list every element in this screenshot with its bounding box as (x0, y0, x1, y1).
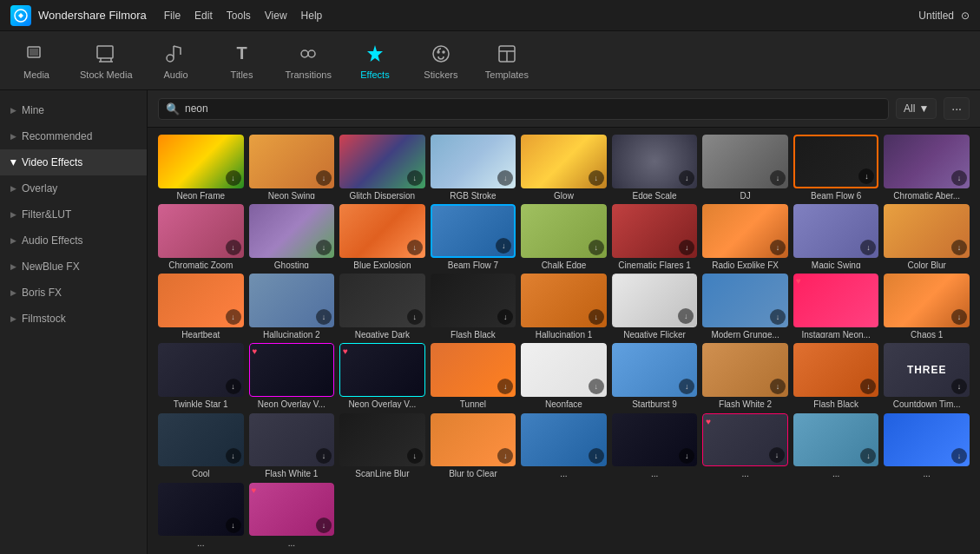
effect-item-dj[interactable]: ↓DJ (702, 135, 788, 199)
effect-thumb-blur-to-clear[interactable]: ↓ (431, 413, 516, 467)
effect-item-countdown-time[interactable]: THREE↓Countdown Tim... (884, 343, 970, 407)
effect-thumb-neonface[interactable]: ↓ (521, 343, 607, 397)
download-btn-countdown-time[interactable]: ↓ (951, 379, 967, 394)
effect-thumb-flash-white2[interactable]: ↓ (702, 343, 788, 397)
download-btn-startburst9[interactable]: ↓ (679, 379, 694, 394)
effect-item-instagram-neon[interactable]: ♥Instagram Neon... (793, 274, 879, 338)
effect-item-glow[interactable]: ↓Glow (521, 135, 607, 199)
effect-thumb-beam-flow6[interactable]: ↓ (793, 135, 879, 188)
sidebar-item-recommended[interactable]: ▶ Recommended (0, 123, 147, 149)
help-icon[interactable]: ⊙ (961, 10, 970, 22)
effect-item-neon-swing[interactable]: ↓Neon Swing (249, 135, 335, 199)
download-btn-chalk-edge[interactable]: ↓ (589, 240, 604, 255)
effect-thumb-neon-overlay-v1[interactable]: ♥ (249, 343, 335, 397)
effect-item-bottom5[interactable]: ↓... (884, 413, 970, 478)
download-btn-bottom3[interactable]: ↓ (769, 447, 785, 463)
effect-thumb-countdown-time[interactable]: THREE↓ (884, 343, 970, 397)
effect-thumb-bottom7[interactable]: ♥↓ (249, 483, 335, 537)
effect-item-neon-overlay-v1[interactable]: ♥Neon Overlay V... (249, 343, 335, 407)
menu-file[interactable]: File (164, 10, 181, 22)
effect-item-negative-flicker[interactable]: ↓Negative Flicker (612, 274, 698, 338)
tool-titles[interactable]: T Titles (220, 42, 265, 80)
effect-item-cinematic-flares[interactable]: ↓Cinematic Flares 1 (612, 204, 698, 268)
effect-item-chaos1[interactable]: ↓Chaos 1 (884, 274, 970, 338)
tool-media[interactable]: Media (14, 42, 59, 80)
download-btn-tunnel[interactable]: ↓ (497, 379, 513, 394)
more-options-button[interactable]: ··· (944, 97, 970, 120)
menu-edit[interactable]: Edit (194, 10, 213, 22)
effect-item-chromatic-aberration[interactable]: ↓Chromatic Aber... (884, 135, 970, 199)
effect-item-chalk-edge[interactable]: ↓Chalk Edge (521, 204, 607, 268)
download-btn-bottom2[interactable]: ↓ (679, 448, 694, 464)
sidebar-item-mine[interactable]: ▶ Mine (0, 97, 147, 123)
effect-thumb-radio-explike[interactable]: ↓ (702, 204, 788, 258)
download-btn-blue-explosion[interactable]: ↓ (407, 240, 423, 255)
sidebar-item-filter-lut[interactable]: ▶ Filter&LUT (0, 201, 147, 228)
effect-thumb-flash-black[interactable]: ↓ (431, 274, 516, 327)
effect-thumb-neon-overlay-v2[interactable]: ♥ (339, 343, 425, 397)
effect-item-bottom2[interactable]: ↓... (612, 413, 698, 478)
download-btn-bottom4[interactable]: ↓ (860, 448, 876, 464)
download-btn-neon-frame[interactable]: ↓ (226, 170, 241, 186)
effect-thumb-twinkle-star[interactable]: ↓ (158, 343, 244, 397)
sidebar-item-filmstock[interactable]: ▶ Filmstock (0, 306, 147, 332)
effect-thumb-bottom4[interactable]: ↓ (793, 413, 879, 467)
effect-item-scanline-blur[interactable]: ↓ScanLine Blur (339, 413, 425, 478)
effect-item-flash-black[interactable]: ↓Flash Black (431, 274, 516, 338)
effect-thumb-ghosting[interactable]: ↓ (249, 204, 335, 258)
download-btn-bottom1[interactable]: ↓ (589, 448, 604, 464)
effect-thumb-dj[interactable]: ↓ (702, 135, 788, 188)
effect-item-neon-overlay-v2[interactable]: ♥Neon Overlay V... (339, 343, 425, 407)
effect-thumb-flash-white1[interactable]: ↓ (249, 413, 335, 467)
download-btn-negative-flicker[interactable]: ↓ (678, 308, 694, 324)
download-btn-twinkle-star[interactable]: ↓ (226, 379, 241, 394)
effect-thumb-tunnel[interactable]: ↓ (431, 343, 516, 397)
menu-tools[interactable]: Tools (227, 10, 251, 22)
download-btn-blur-to-clear[interactable]: ↓ (497, 448, 513, 464)
effect-item-bottom4[interactable]: ↓... (793, 413, 879, 478)
effect-item-neonface[interactable]: ↓Neonface (521, 343, 607, 407)
effect-thumb-chromatic-aberration[interactable]: ↓ (884, 135, 970, 188)
tool-effects[interactable]: Effects (352, 42, 398, 80)
effect-thumb-bottom2[interactable]: ↓ (612, 413, 698, 467)
download-btn-bottom5[interactable]: ↓ (951, 448, 967, 464)
download-btn-cool[interactable]: ↓ (226, 448, 241, 464)
effect-item-twinkle-star[interactable]: ↓Twinkle Star 1 (158, 343, 244, 407)
download-btn-chromatic-aberration[interactable]: ↓ (951, 170, 967, 186)
effect-item-flash-white2[interactable]: ↓Flash White 2 (702, 343, 788, 407)
effect-item-magic-swing[interactable]: ↓Magic Swing (793, 204, 879, 268)
effect-thumb-rgb-stroke[interactable]: ↓ (431, 135, 516, 188)
effect-item-rgb-stroke[interactable]: ↓RGB Stroke (431, 135, 516, 199)
effect-item-color-blur[interactable]: ↓Color Blur (884, 204, 970, 268)
effect-item-chromatic-zoom[interactable]: ↓Chromatic Zoom (158, 204, 244, 268)
effect-thumb-chalk-edge[interactable]: ↓ (521, 204, 607, 258)
tool-transitions[interactable]: Transitions (286, 42, 332, 80)
effect-thumb-cool[interactable]: ↓ (158, 413, 244, 467)
effect-thumb-bottom6[interactable]: ↓ (158, 483, 244, 537)
sidebar-item-audio-effects[interactable]: ▶ Audio Effects (0, 228, 147, 254)
effect-thumb-negative-flicker[interactable]: ↓ (612, 274, 698, 327)
download-btn-rgb-stroke[interactable]: ↓ (497, 170, 513, 186)
effect-item-blue-explosion[interactable]: ↓Blue Explosion (339, 204, 425, 268)
menu-view[interactable]: View (265, 10, 287, 22)
effect-thumb-edge-scale[interactable]: ↓ (612, 135, 698, 188)
effect-item-startburst9[interactable]: ↓Startburst 9 (612, 343, 698, 407)
effect-thumb-heartbeat[interactable]: ↓ (158, 274, 244, 327)
sidebar-item-newblue-fx[interactable]: ▶ NewBlue FX (0, 254, 147, 280)
effect-thumb-modern-grunge[interactable]: ↓ (702, 274, 788, 327)
effect-thumb-negative-dark[interactable]: ↓ (339, 274, 425, 327)
download-btn-dj[interactable]: ↓ (770, 170, 786, 186)
effect-item-cool[interactable]: ↓Cool (158, 413, 244, 478)
effect-item-flash-white1[interactable]: ↓Flash White 1 (249, 413, 335, 478)
effect-item-heartbeat[interactable]: ↓Heartbeat (158, 274, 244, 338)
download-btn-ghosting[interactable]: ↓ (316, 240, 332, 255)
effect-thumb-blue-explosion[interactable]: ↓ (339, 204, 425, 258)
download-btn-beam-flow6[interactable]: ↓ (858, 168, 874, 184)
filter-dropdown[interactable]: All ▼ (896, 98, 937, 119)
download-btn-modern-grunge[interactable]: ↓ (770, 309, 786, 325)
effect-item-flash-black2[interactable]: ↓Flash Black (793, 343, 879, 407)
effect-item-ghosting[interactable]: ↓Ghosting (249, 204, 335, 268)
download-btn-flash-black[interactable]: ↓ (497, 309, 513, 325)
effect-thumb-scanline-blur[interactable]: ↓ (339, 413, 425, 467)
effect-item-modern-grunge[interactable]: ↓Modern Grunge... (702, 274, 788, 338)
